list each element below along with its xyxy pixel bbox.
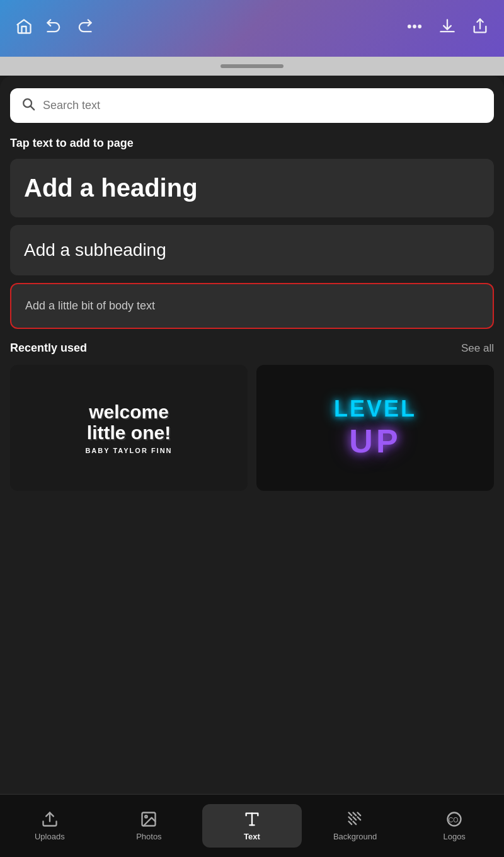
nav-item-uploads[interactable]: Uploads [0,804,100,848]
share-button[interactable] [471,18,489,39]
nav-item-background[interactable]: Background [306,804,405,848]
toolbar-right [406,18,489,39]
see-all-button[interactable]: See all [461,342,494,355]
level-text: LEVEL [334,396,416,422]
bottom-nav: Uploads Photos Text Background [0,794,504,857]
svg-line-13 [357,813,360,816]
levelup-text-preview: LEVEL UP [328,389,423,466]
add-subheading-button[interactable]: Add a subheading [10,225,494,275]
search-input[interactable] [43,99,483,112]
text-icon [243,810,261,828]
uploads-label: Uploads [35,832,65,841]
svg-line-15 [353,817,356,820]
instructions-label: Tap text to add to page [10,137,494,150]
device-indicator [220,64,284,68]
search-icon [21,97,35,114]
svg-point-2 [418,25,421,28]
logos-label: Logos [443,832,465,841]
logos-icon: CO. [445,810,463,828]
svg-line-12 [353,813,356,816]
redo-button[interactable] [76,18,93,39]
uploads-icon [41,810,59,828]
background-label: Background [333,832,377,841]
welcome-sub-text: BABY TAYLOR FINN [85,447,172,454]
svg-line-14 [348,817,352,820]
svg-line-11 [348,813,352,816]
home-button[interactable] [15,18,33,39]
recently-used-label: Recently used [10,342,87,355]
device-top-bar [0,57,504,76]
photos-label: Photos [136,832,161,841]
add-body-text-button[interactable]: Add a little bit of body text [10,283,494,329]
svg-line-18 [353,822,356,825]
download-button[interactable] [438,18,456,39]
nav-item-text[interactable]: Text [202,804,302,848]
svg-point-1 [413,25,416,28]
toolbar [0,0,504,57]
nav-item-logos[interactable]: CO. Logos [404,804,504,848]
font-preview-welcome[interactable]: welcomelittle one! BABY TAYLOR FINN [10,365,248,491]
up-text: UP [334,422,416,460]
toolbar-left [15,18,93,39]
font-preview-levelup[interactable]: LEVEL UP [256,365,494,491]
font-previews: welcomelittle one! BABY TAYLOR FINN LEVE… [10,365,494,491]
add-heading-button[interactable]: Add a heading [10,159,494,217]
welcome-main-text: welcomelittle one! [85,401,172,443]
main-panel: Tap text to add to page Add a heading Ad… [0,76,504,794]
svg-point-8 [146,815,148,818]
svg-text:CO.: CO. [449,816,461,824]
welcome-text-preview: welcomelittle one! BABY TAYLOR FINN [79,395,178,461]
search-bar[interactable] [10,88,494,123]
recently-used-section: Recently used See all [10,342,494,355]
svg-line-16 [357,817,360,820]
svg-point-0 [408,25,411,28]
more-options-button[interactable] [406,18,423,39]
photos-icon [140,810,158,828]
svg-line-17 [348,822,352,825]
nav-item-photos[interactable]: Photos [100,804,199,848]
undo-button[interactable] [45,18,63,39]
background-icon [346,810,364,828]
svg-line-5 [31,106,34,110]
text-label: Text [244,832,260,841]
